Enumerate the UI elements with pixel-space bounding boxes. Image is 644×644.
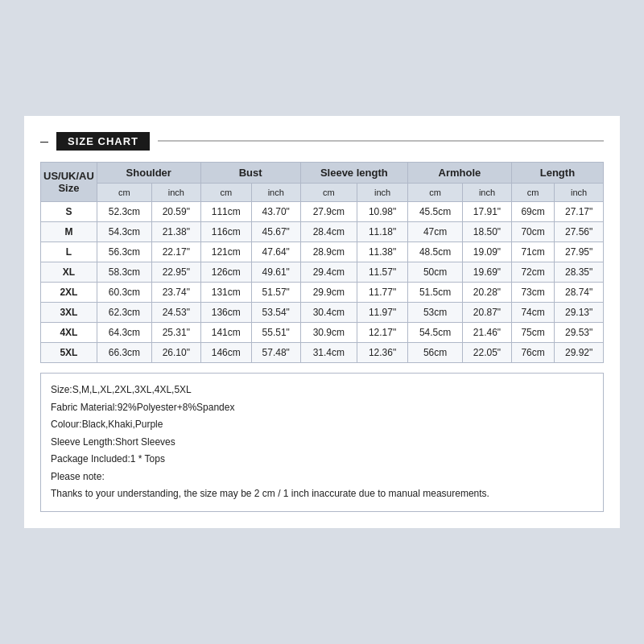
data-cell: 25.31" (151, 322, 200, 342)
note-line: Colour:Black,Khaki,Purple (51, 416, 593, 434)
col-sleeve-cm: cm (300, 183, 357, 201)
size-cell: 3XL (41, 302, 97, 322)
title-dash: – (40, 133, 48, 150)
col-bust-inch: inch (251, 183, 300, 201)
note-line: Sleeve Length:Short Sleeves (51, 434, 593, 452)
data-cell: 22.95" (151, 262, 200, 282)
data-cell: 18.50" (463, 221, 512, 242)
data-cell: 11.77" (357, 282, 408, 302)
data-cell: 12.36" (357, 342, 408, 362)
col-armhole: Armhole (408, 162, 512, 183)
data-cell: 54.3cm (97, 221, 151, 242)
data-cell: 54.5cm (408, 322, 463, 342)
data-cell: 22.05" (463, 342, 512, 362)
note-line: Size:S,M,L,XL,2XL,3XL,4XL,5XL (51, 382, 593, 399)
data-cell: 49.61" (251, 262, 300, 282)
data-cell: 121cm (200, 242, 251, 262)
data-cell: 55.51" (251, 322, 300, 342)
data-cell: 74cm (511, 302, 554, 322)
data-cell: 111cm (200, 201, 251, 221)
table-row: L56.3cm22.17"121cm47.64"28.9cm11.38"48.5… (41, 242, 604, 262)
data-cell: 56.3cm (97, 242, 151, 262)
col-armhole-cm: cm (408, 183, 463, 201)
data-cell: 126cm (200, 262, 251, 282)
data-cell: 29.4cm (300, 262, 357, 282)
data-cell: 27.17" (555, 201, 604, 221)
col-size: US/UK/AUSize (41, 162, 97, 201)
data-cell: 146cm (200, 342, 251, 362)
data-cell: 43.70" (251, 201, 300, 221)
col-shoulder: Shoulder (97, 162, 200, 183)
data-cell: 12.17" (357, 322, 408, 342)
table-header-main: US/UK/AUSize Shoulder Bust Sleeve length… (41, 162, 604, 183)
col-length-cm: cm (511, 183, 554, 201)
data-cell: 71cm (511, 242, 554, 262)
data-cell: 45.67" (251, 221, 300, 242)
data-cell: 75cm (511, 322, 554, 342)
table-row: XL58.3cm22.95"126cm49.61"29.4cm11.57"50c… (41, 262, 604, 282)
data-cell: 11.57" (357, 262, 408, 282)
data-cell: 72cm (511, 262, 554, 282)
table-row: S52.3cm20.59"111cm43.70"27.9cm10.98"45.5… (41, 201, 604, 221)
data-cell: 27.56" (555, 221, 604, 242)
data-cell: 50cm (408, 262, 463, 282)
title-row: – SIZE CHART (40, 132, 604, 151)
data-cell: 28.74" (555, 282, 604, 302)
data-cell: 24.53" (151, 302, 200, 322)
notes-section: Size:S,M,L,XL,2XL,3XL,4XL,5XLFabric Mate… (40, 373, 604, 512)
table-row: 5XL66.3cm26.10"146cm57.48"31.4cm12.36"56… (41, 342, 604, 362)
data-cell: 45.5cm (408, 201, 463, 221)
data-cell: 11.18" (357, 221, 408, 242)
data-cell: 47.64" (251, 242, 300, 262)
data-cell: 66.3cm (97, 342, 151, 362)
data-cell: 64.3cm (97, 322, 151, 342)
data-cell: 52.3cm (97, 201, 151, 221)
note-line: Fabric Material:92%Polyester+8%Spandex (51, 399, 593, 417)
data-cell: 76cm (511, 342, 554, 362)
col-bust: Bust (200, 162, 300, 183)
data-cell: 21.38" (151, 221, 200, 242)
data-cell: 53.54" (251, 302, 300, 322)
data-cell: 30.4cm (300, 302, 357, 322)
table-body: S52.3cm20.59"111cm43.70"27.9cm10.98"45.5… (41, 201, 604, 362)
table-row: 2XL60.3cm23.74"131cm51.57"29.9cm11.77"51… (41, 282, 604, 302)
data-cell: 23.74" (151, 282, 200, 302)
data-cell: 60.3cm (97, 282, 151, 302)
data-cell: 131cm (200, 282, 251, 302)
data-cell: 51.57" (251, 282, 300, 302)
col-shoulder-inch: inch (151, 183, 200, 201)
data-cell: 26.10" (151, 342, 200, 362)
size-cell: 5XL (41, 342, 97, 362)
title-line (158, 140, 604, 142)
col-length-inch: inch (555, 183, 604, 201)
data-cell: 19.69" (463, 262, 512, 282)
data-cell: 28.9cm (300, 242, 357, 262)
data-cell: 116cm (200, 221, 251, 242)
data-cell: 56cm (408, 342, 463, 362)
data-cell: 141cm (200, 322, 251, 342)
data-cell: 29.13" (555, 302, 604, 322)
data-cell: 53cm (408, 302, 463, 322)
table-row: M54.3cm21.38"116cm45.67"28.4cm11.18"47cm… (41, 221, 604, 242)
data-cell: 22.17" (151, 242, 200, 262)
data-cell: 51.5cm (408, 282, 463, 302)
col-armhole-inch: inch (463, 183, 512, 201)
data-cell: 69cm (511, 201, 554, 221)
data-cell: 28.35" (555, 262, 604, 282)
data-cell: 11.38" (357, 242, 408, 262)
data-cell: 47cm (408, 221, 463, 242)
table-header-sub: cm inch cm inch cm inch cm inch cm inch (41, 183, 604, 201)
col-bust-cm: cm (200, 183, 251, 201)
data-cell: 29.53" (555, 322, 604, 342)
data-cell: 62.3cm (97, 302, 151, 322)
data-cell: 58.3cm (97, 262, 151, 282)
data-cell: 11.97" (357, 302, 408, 322)
data-cell: 57.48" (251, 342, 300, 362)
size-cell: 2XL (41, 282, 97, 302)
data-cell: 19.09" (463, 242, 512, 262)
col-sleeve-inch: inch (357, 183, 408, 201)
table-row: 4XL64.3cm25.31"141cm55.51"30.9cm12.17"54… (41, 322, 604, 342)
data-cell: 17.91" (463, 201, 512, 221)
data-cell: 20.28" (463, 282, 512, 302)
data-cell: 27.95" (555, 242, 604, 262)
